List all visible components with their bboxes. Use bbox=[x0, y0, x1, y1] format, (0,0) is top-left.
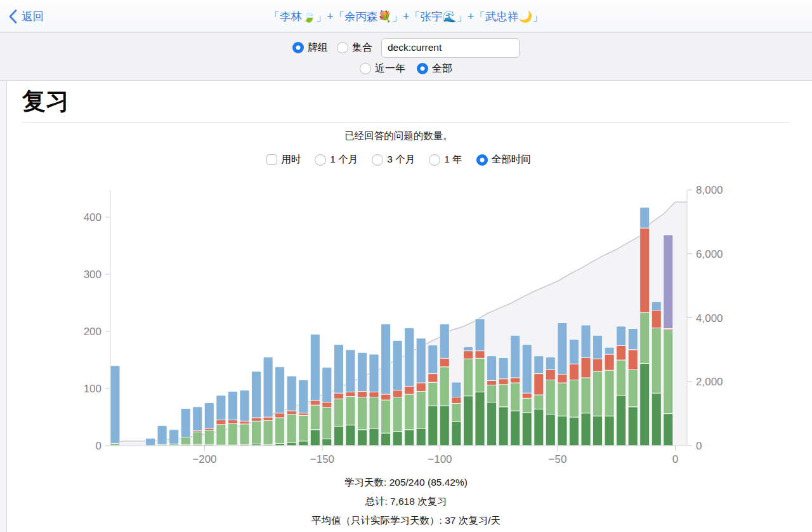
bar-segment-relearning bbox=[652, 310, 661, 328]
bar-segment-relearning bbox=[475, 351, 485, 359]
reviews-chart[interactable]: 010020030040002,0004,0006,0008,000−200−1… bbox=[0, 176, 812, 468]
bar-segment-relearning bbox=[216, 420, 226, 425]
bar-segment-young bbox=[428, 382, 438, 406]
bar-segment-young bbox=[558, 383, 567, 416]
left-scroll-gutter bbox=[0, 81, 7, 532]
bar-segment-relearning bbox=[546, 369, 555, 380]
bar-segment-mature bbox=[487, 402, 497, 446]
bar-segment-learning bbox=[569, 340, 579, 364]
chart-subtitle: 已经回答的问题的数量。 bbox=[0, 130, 797, 143]
bar-segment-young bbox=[393, 397, 402, 432]
bar-segment-learning bbox=[475, 319, 485, 350]
period-option-3months-label: 3 个月 bbox=[387, 153, 415, 166]
bar-segment-mature bbox=[299, 441, 308, 446]
bar-segment-relearning bbox=[452, 397, 461, 404]
bar-segment-learning bbox=[452, 382, 461, 397]
range-option-year[interactable]: 近一年 bbox=[360, 62, 405, 76]
radio-selected-icon bbox=[476, 154, 488, 166]
bar-segment-learning bbox=[252, 371, 261, 418]
bar-segment-young bbox=[310, 405, 320, 430]
time-checkbox-label: 用时 bbox=[281, 153, 301, 166]
bar-segment-learning bbox=[299, 380, 308, 413]
period-option-1year[interactable]: 1 年 bbox=[429, 153, 462, 166]
bar-segment-relearning bbox=[464, 351, 473, 359]
bar-segment-relearning bbox=[522, 393, 532, 398]
bar-segment-relearning bbox=[252, 418, 261, 421]
bar-segment-young bbox=[381, 400, 391, 433]
search-input[interactable] bbox=[381, 38, 520, 58]
bar-segment-young bbox=[487, 385, 497, 402]
bar-segment-learning bbox=[204, 403, 214, 429]
bar-segment-young bbox=[263, 420, 273, 444]
bar-segment-mature bbox=[522, 413, 532, 446]
bar-segment-young bbox=[216, 425, 226, 445]
time-checkbox-option[interactable]: 用时 bbox=[266, 153, 301, 166]
bar-segment-learning bbox=[522, 345, 532, 394]
x-tick-label: 0 bbox=[672, 453, 678, 465]
left-tick-label: 300 bbox=[84, 269, 102, 281]
bar-segment-relearning bbox=[393, 390, 402, 397]
bar-segment-learning bbox=[287, 376, 296, 411]
bar-segment-learning bbox=[169, 430, 179, 444]
bar-segment-young bbox=[475, 358, 485, 392]
bar-segment-young bbox=[275, 418, 285, 444]
bar-segment-relearning bbox=[605, 354, 614, 370]
bar-segment-young bbox=[593, 371, 603, 416]
period-option-1month[interactable]: 1 个月 bbox=[315, 153, 358, 166]
bar-segment-young bbox=[110, 443, 120, 446]
bar-segment-learning bbox=[558, 323, 567, 375]
bar-segment-young bbox=[464, 359, 473, 396]
radio-unselected-icon bbox=[315, 154, 326, 166]
bar-segment-relearning bbox=[428, 374, 438, 383]
range-option-all[interactable]: 全部 bbox=[417, 62, 452, 76]
radio-unselected-icon bbox=[372, 154, 383, 166]
bar-segment-mature bbox=[440, 406, 449, 446]
scope-option-collection-label: 集合 bbox=[352, 41, 372, 55]
period-option-1year-label: 1 年 bbox=[444, 153, 462, 166]
bar-segment-young bbox=[322, 408, 332, 439]
back-label: 返回 bbox=[22, 9, 44, 24]
bar-segment-mature bbox=[664, 414, 673, 446]
bar-segment-learning bbox=[593, 335, 603, 359]
radio-unselected-icon bbox=[429, 154, 440, 166]
bar-segment-learning bbox=[581, 325, 591, 357]
bar-segment-young bbox=[287, 415, 296, 443]
period-option-3months[interactable]: 3 个月 bbox=[372, 153, 415, 166]
period-option-alltime-label: 全部时间 bbox=[492, 153, 531, 166]
bar-segment-mature bbox=[569, 417, 579, 446]
bar-segment-young bbox=[193, 432, 202, 444]
bar-segment-relearning bbox=[322, 402, 332, 408]
scope-option-deck[interactable]: 牌组 bbox=[292, 41, 328, 55]
summary-total: 总计: 7,618 次复习 bbox=[0, 492, 812, 511]
bar-segment-mature bbox=[628, 407, 638, 446]
back-button[interactable]: 返回 bbox=[9, 0, 44, 33]
bar-segment-relearning bbox=[569, 364, 579, 380]
bar-segment-relearning bbox=[581, 357, 591, 378]
bar-segment-learning bbox=[334, 345, 343, 394]
bar-segment-mature bbox=[346, 425, 355, 446]
period-option-alltime[interactable]: 全部时间 bbox=[476, 153, 531, 166]
bar-segment-relearning bbox=[204, 429, 214, 430]
bar-segment-young bbox=[181, 437, 190, 445]
bar-segment-learning bbox=[546, 357, 555, 370]
bar-segment-mature bbox=[369, 429, 379, 446]
scope-option-collection[interactable]: 集合 bbox=[337, 41, 372, 55]
bar-segment-relearning bbox=[593, 359, 603, 371]
bar-segment-young bbox=[228, 423, 237, 445]
bar-segment-mature bbox=[558, 416, 567, 446]
bar-segment-learning bbox=[628, 329, 638, 350]
bar-segment-learning bbox=[393, 340, 402, 390]
bar-segment-relearning bbox=[534, 374, 544, 395]
right-tick-label: 8,000 bbox=[696, 184, 723, 196]
bar-segment-learning bbox=[499, 357, 508, 378]
page-heading-title: 「李林🍃」+「余丙森💐」+「张宇🌊」+「武忠祥🌙」 bbox=[269, 9, 544, 24]
right-tick-label: 0 bbox=[696, 440, 702, 452]
x-tick-label: −150 bbox=[310, 453, 334, 465]
bar-segment-mature bbox=[593, 416, 603, 446]
bar-segment-young bbox=[346, 397, 355, 425]
bar-segment-learning bbox=[193, 407, 202, 431]
bar-segment-mature bbox=[322, 439, 332, 446]
period-option-1month-label: 1 个月 bbox=[330, 153, 358, 166]
bar-segment-mature bbox=[617, 396, 626, 446]
bar-segment-learning bbox=[263, 357, 273, 418]
